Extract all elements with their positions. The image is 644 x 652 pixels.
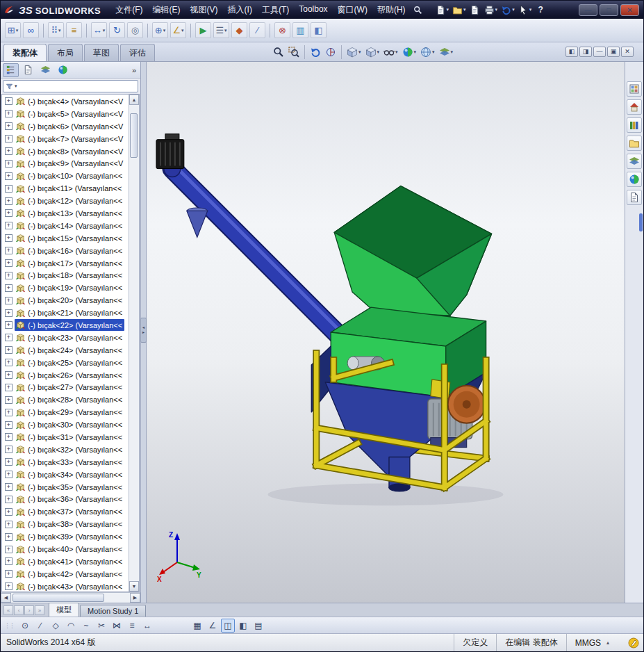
tree-item-body[interactable]: (-) bıçak<43> (Varsayılan<<: [15, 580, 124, 592]
dropdown-arrow-icon[interactable]: ▾: [224, 28, 227, 33]
dropdown-arrow-icon[interactable]: ▾: [103, 28, 106, 33]
expand-toggle-icon[interactable]: +: [5, 409, 13, 416]
dropdown-arrow-icon[interactable]: ▾: [358, 49, 361, 55]
smart-dimension-icon[interactable]: ↔: [140, 619, 154, 633]
tree-item[interactable]: +(-) bıçak<4> (Varsayılan<<V: [2, 95, 129, 108]
tree-item-body[interactable]: (-) bıçak<40> (Varsayılan<<: [15, 544, 124, 555]
tree-item-body[interactable]: (-) bıçak<34> (Varsayılan<<: [15, 468, 124, 480]
tree-item[interactable]: +(-) bıçak<35> (Varsayılan<<: [2, 481, 129, 494]
dropdown-arrow-icon[interactable]: ▾: [432, 49, 435, 55]
restore-document-button[interactable]: ▣: [607, 47, 620, 57]
tree-item-body[interactable]: (-) bıçak<12> (Varsayılan<<: [15, 195, 124, 207]
expand-toggle-icon[interactable]: +: [5, 433, 13, 441]
view-palette-tab[interactable]: [627, 136, 642, 151]
select-button[interactable]: ▾: [517, 3, 534, 17]
tree-item[interactable]: +(-) bıçak<32> (Varsayılan<<: [2, 443, 129, 456]
minimize-button[interactable]: —: [579, 4, 597, 16]
tree-item[interactable]: +(-) bıçak<29> (Varsayılan<<: [2, 406, 129, 418]
expand-toggle-icon[interactable]: +: [5, 521, 13, 528]
isometric-view-icon[interactable]: ◫: [221, 619, 235, 633]
sheet-format-icon[interactable]: ▤: [251, 619, 265, 633]
edit-appearance-icon[interactable]: ▾: [401, 45, 418, 59]
tree-item-body[interactable]: (-) bıçak<18> (Varsayılan<<: [15, 270, 124, 282]
pane-right-icon[interactable]: ◨: [579, 47, 592, 57]
tree-item[interactable]: +(-) bıçak<21> (Varsayılan<<: [2, 307, 129, 319]
tree-item[interactable]: +(-) bıçak<27> (Varsayılan<<: [2, 381, 129, 393]
expand-toggle-icon[interactable]: +: [5, 384, 13, 391]
expand-toggle-icon[interactable]: +: [5, 97, 13, 105]
vertical-scroll-thumb[interactable]: [130, 113, 138, 158]
tree-item-body[interactable]: (-) bıçak<21> (Varsayılan<<: [15, 307, 124, 319]
expand-toggle-icon[interactable]: +: [5, 247, 13, 254]
featuremanager-design-tree-tab[interactable]: [3, 63, 19, 77]
vertical-scroll-track[interactable]: [129, 105, 139, 581]
assembly-visualization-icon[interactable]: ▥: [292, 22, 308, 38]
tree-item[interactable]: +(-) bıçak<17> (Varsayılan<<: [2, 257, 129, 270]
apply-scene-icon[interactable]: ▾: [419, 45, 436, 59]
expand-toggle-icon[interactable]: +: [5, 421, 13, 429]
undo-button[interactable]: ▾: [499, 3, 516, 17]
expand-toggle-icon[interactable]: +: [5, 359, 13, 366]
search-icon[interactable]: [412, 3, 424, 16]
dropdown-arrow-icon[interactable]: ▾: [58, 28, 61, 33]
units-arrow-icon[interactable]: ▴: [606, 639, 609, 646]
section-view-icon[interactable]: [324, 45, 338, 59]
expand-toggle-icon[interactable]: +: [5, 284, 13, 292]
dropdown-arrow-icon[interactable]: ▾: [451, 49, 454, 55]
scroll-left-icon[interactable]: ◀: [1, 593, 11, 603]
tree-item-body[interactable]: (-) bıçak<41> (Varsayılan<<: [15, 555, 124, 567]
previous-view-icon[interactable]: [308, 45, 322, 59]
expand-toggle-icon[interactable]: +: [5, 297, 13, 304]
tree-item-body[interactable]: (-) bıçak<15> (Varsayılan<<: [15, 232, 124, 244]
section-display-icon[interactable]: ◧: [236, 619, 250, 633]
bill-of-materials-icon[interactable]: ☰▾: [213, 22, 229, 38]
spline-tool-icon[interactable]: ~: [79, 619, 93, 633]
tree-item[interactable]: +(-) bıçak<7> (Varsayılan<<V: [2, 133, 129, 145]
tree-item-body[interactable]: (-) bıçak<27> (Varsayılan<<: [15, 382, 124, 393]
tree-item[interactable]: +(-) bıçak<14> (Varsayılan<<: [2, 220, 129, 232]
filter-dropdown-icon[interactable]: ▾: [15, 83, 17, 89]
polygon-tool-icon[interactable]: ◇: [49, 619, 63, 633]
expand-toggle-icon[interactable]: +: [5, 197, 13, 205]
expand-toggle-icon[interactable]: +: [5, 259, 13, 267]
circle-tool-icon[interactable]: ⊙: [18, 619, 32, 633]
scroll-down-icon[interactable]: ▼: [129, 581, 139, 592]
mirror-entities-icon[interactable]: ⋈: [110, 619, 124, 633]
tree-item-body[interactable]: (-) bıçak<42> (Varsayılan<<: [15, 568, 124, 580]
interference-detection-icon[interactable]: ⊗: [274, 22, 290, 38]
new-motion-study-icon[interactable]: ▶: [195, 22, 211, 38]
tree-vertical-scrollbar[interactable]: ▲ ▼: [129, 95, 139, 592]
splitter-grip-icon[interactable]: ◂▸: [140, 318, 147, 343]
assembly-model[interactable]: [147, 62, 625, 603]
tab-nav-1-icon[interactable]: ‹: [14, 605, 24, 615]
print-button[interactable]: ▾: [483, 3, 499, 17]
tree-item-body[interactable]: (-) bıçak<38> (Varsayılan<<: [15, 519, 124, 530]
tree-item-body[interactable]: (-) bıçak<29> (Varsayılan<<: [15, 407, 124, 418]
line-tool-icon[interactable]: ∕: [33, 619, 47, 633]
expand-toggle-icon[interactable]: +: [5, 234, 13, 242]
tree-item-body[interactable]: (-) bıçak<39> (Varsayılan<<: [15, 531, 124, 543]
smart-fasteners-icon[interactable]: ≡: [66, 22, 82, 38]
dropdown-arrow-icon[interactable]: ▾: [463, 7, 466, 13]
tree-item[interactable]: +(-) bıçak<40> (Varsayılan<<: [2, 543, 129, 555]
dropdown-arrow-icon[interactable]: ▾: [377, 49, 380, 55]
dropdown-arrow-icon[interactable]: ▾: [181, 28, 184, 33]
linear-component-pattern-icon[interactable]: ⠿▾: [48, 22, 64, 38]
toolbar-grip-icon[interactable]: ⋮⋮: [4, 622, 14, 629]
expand-toggle-icon[interactable]: +: [5, 396, 13, 404]
dropdown-arrow-icon[interactable]: ▾: [529, 7, 532, 13]
tree-item[interactable]: +(-) bıçak<20> (Varsayılan<<: [2, 294, 129, 307]
tab-nav-0-icon[interactable]: «: [3, 605, 13, 615]
expand-toggle-icon[interactable]: +: [5, 546, 13, 553]
appearances-tab[interactable]: [55, 63, 71, 77]
tree-item[interactable]: +(-) bıçak<11> (Varsayılan<<: [2, 182, 129, 195]
menu-help[interactable]: 帮助(H): [372, 1, 411, 19]
expand-toggle-icon[interactable]: +: [5, 222, 13, 229]
tree-item[interactable]: +(-) bıçak<37> (Varsayılan<<: [2, 505, 129, 518]
tree-item-body[interactable]: (-) bıçak<31> (Varsayılan<<: [15, 431, 124, 443]
propertymanager-tab[interactable]: [20, 63, 36, 77]
expand-toggle-icon[interactable]: +: [5, 122, 13, 130]
design-library-tab[interactable]: [627, 99, 642, 115]
tree-item[interactable]: +(-) bıçak<13> (Varsayılan<<: [2, 207, 129, 220]
graphics-area[interactable]: Z X Y: [147, 62, 625, 603]
